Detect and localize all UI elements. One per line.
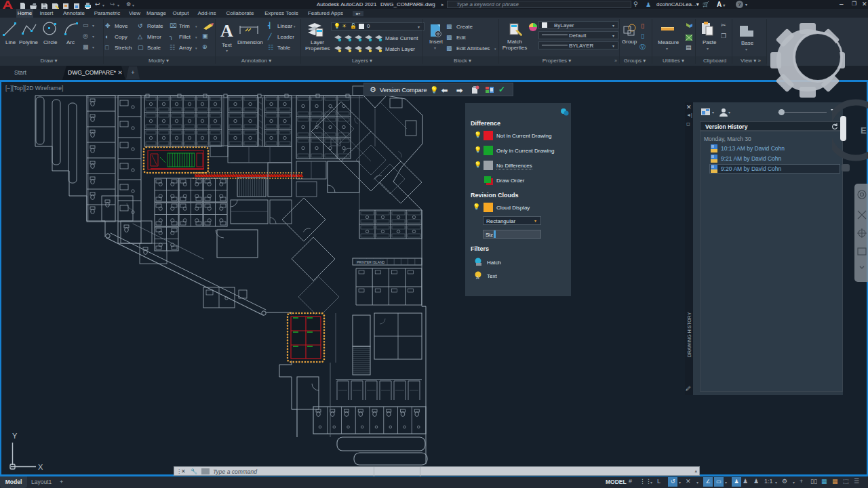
svg-text:PRINTER ISLAND: PRINTER ISLAND bbox=[357, 260, 385, 264]
svg-text:Y: Y bbox=[12, 432, 18, 440]
svg-text:X: X bbox=[38, 463, 43, 470]
svg-text:A: A bbox=[476, 275, 479, 280]
svg-text:E: E bbox=[861, 125, 867, 136]
